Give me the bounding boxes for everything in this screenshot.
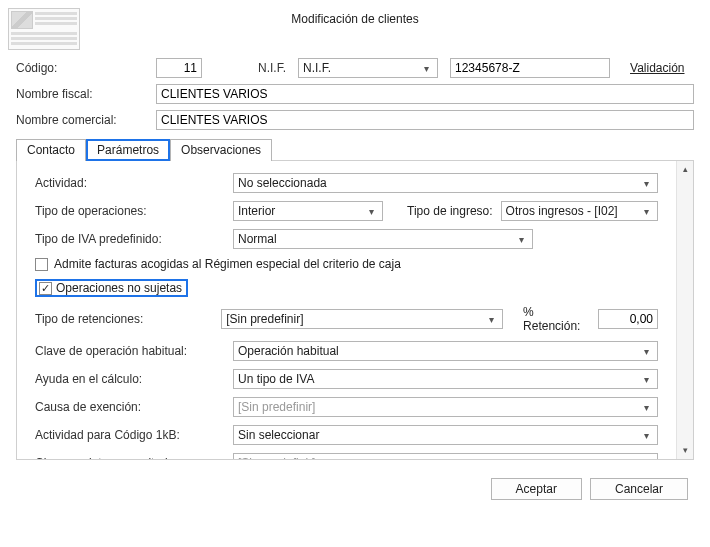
tipo-operaciones-label: Tipo de operaciones:	[35, 204, 225, 218]
operaciones-no-sujetas-highlight: Operaciones no sujetas	[35, 279, 188, 297]
admite-facturas-checkbox[interactable]	[35, 258, 48, 271]
dropdown-icon: ▾	[639, 178, 653, 189]
clave-intracom-select[interactable]: [Sin predefinir]▾	[233, 453, 658, 459]
causa-exencion-label: Causa de exención:	[35, 400, 225, 414]
tipo-ingreso-label: Tipo de ingreso:	[407, 204, 493, 218]
codigo-input[interactable]	[156, 58, 202, 78]
tab-parametros[interactable]: Parámetros	[86, 139, 170, 161]
validacion-link[interactable]: Validación	[630, 61, 684, 75]
nif-label: N.I.F.	[258, 61, 286, 75]
actividad-1kb-select[interactable]: Sin seleccionar▾	[233, 425, 658, 445]
nif-type-value: N.I.F.	[303, 61, 331, 75]
nombre-fiscal-input[interactable]	[156, 84, 694, 104]
dropdown-icon: ▾	[639, 206, 653, 217]
scrollbar[interactable]: ▴ ▾	[676, 161, 693, 459]
causa-exencion-select[interactable]: [Sin predefinir]▾	[233, 397, 658, 417]
dropdown-icon: ▾	[639, 458, 653, 460]
operaciones-no-sujetas-checkbox[interactable]	[39, 282, 52, 295]
codigo-label: Código:	[16, 61, 156, 75]
dropdown-icon: ▾	[639, 374, 653, 385]
actividad-select[interactable]: No seleccionada▾	[233, 173, 658, 193]
dropdown-icon: ▾	[639, 402, 653, 413]
dropdown-icon: ▾	[419, 63, 433, 74]
pct-retencion-input[interactable]	[598, 309, 658, 329]
clave-intracom-label: Clave op. intracomunitaria	[35, 456, 225, 459]
tab-observaciones[interactable]: Observaciones	[170, 139, 272, 161]
window-title: Modificación de clientes	[92, 8, 618, 26]
clave-operacion-select[interactable]: Operación habitual▾	[233, 341, 658, 361]
tipo-retenciones-label: Tipo de retenciones:	[35, 312, 213, 326]
tipo-ingreso-select[interactable]: Otros ingresos - [I02]▾	[501, 201, 658, 221]
dropdown-icon: ▾	[514, 234, 528, 245]
tab-contacto[interactable]: Contacto	[16, 139, 86, 161]
actividad-label: Actividad:	[35, 176, 225, 190]
pct-retencion-label: % Retención:	[523, 305, 590, 333]
nombre-comercial-label: Nombre comercial:	[16, 113, 156, 127]
scroll-down-icon[interactable]: ▾	[679, 444, 692, 457]
nif-value-input[interactable]	[450, 58, 610, 78]
tipo-operaciones-select[interactable]: Interior▾	[233, 201, 383, 221]
aceptar-button[interactable]: Aceptar	[491, 478, 582, 500]
ayuda-calculo-label: Ayuda en el cálculo:	[35, 372, 225, 386]
admite-facturas-label: Admite facturas acogidas al Régimen espe…	[54, 257, 401, 271]
dropdown-icon: ▾	[639, 430, 653, 441]
tipo-retenciones-select[interactable]: [Sin predefinir]▾	[221, 309, 503, 329]
nombre-fiscal-label: Nombre fiscal:	[16, 87, 156, 101]
actividad-1kb-label: Actividad para Código 1kB:	[35, 428, 225, 442]
tipo-iva-label: Tipo de IVA predefinido:	[35, 232, 225, 246]
dropdown-icon: ▾	[364, 206, 378, 217]
cancelar-button[interactable]: Cancelar	[590, 478, 688, 500]
scroll-up-icon[interactable]: ▴	[679, 163, 692, 176]
tipo-iva-select[interactable]: Normal▾	[233, 229, 533, 249]
clave-operacion-label: Clave de operación habitual:	[35, 344, 225, 358]
operaciones-no-sujetas-label: Operaciones no sujetas	[56, 281, 182, 295]
nombre-comercial-input[interactable]	[156, 110, 694, 130]
dropdown-icon: ▾	[639, 346, 653, 357]
ayuda-calculo-select[interactable]: Un tipo de IVA▾	[233, 369, 658, 389]
nif-type-select[interactable]: N.I.F. ▾	[298, 58, 438, 78]
form-header-icon	[8, 8, 80, 50]
dropdown-icon: ▾	[484, 314, 498, 325]
